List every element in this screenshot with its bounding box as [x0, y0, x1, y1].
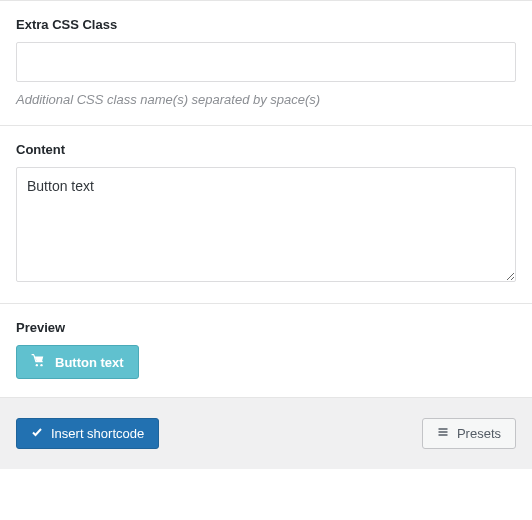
- preview-button-label: Button text: [55, 355, 124, 370]
- extra-css-label: Extra CSS Class: [16, 17, 516, 32]
- content-section: Content: [0, 125, 532, 303]
- preview-section: Preview Button text: [0, 303, 532, 397]
- preview-label: Preview: [16, 320, 516, 335]
- insert-shortcode-label: Insert shortcode: [51, 426, 144, 441]
- content-textarea[interactable]: [16, 167, 516, 282]
- menu-icon: [437, 426, 449, 441]
- svg-point-0: [36, 364, 38, 366]
- cart-icon: [31, 354, 45, 370]
- extra-css-section: Extra CSS Class Additional CSS class nam…: [0, 0, 532, 125]
- preview-button[interactable]: Button text: [16, 345, 139, 379]
- extra-css-helper: Additional CSS class name(s) separated b…: [16, 92, 516, 107]
- insert-shortcode-button[interactable]: Insert shortcode: [16, 418, 159, 449]
- check-icon: [31, 426, 43, 441]
- extra-css-input[interactable]: [16, 42, 516, 82]
- content-label: Content: [16, 142, 516, 157]
- presets-button[interactable]: Presets: [422, 418, 516, 449]
- footer-bar: Insert shortcode Presets: [0, 397, 532, 469]
- svg-point-1: [40, 364, 42, 366]
- presets-label: Presets: [457, 426, 501, 441]
